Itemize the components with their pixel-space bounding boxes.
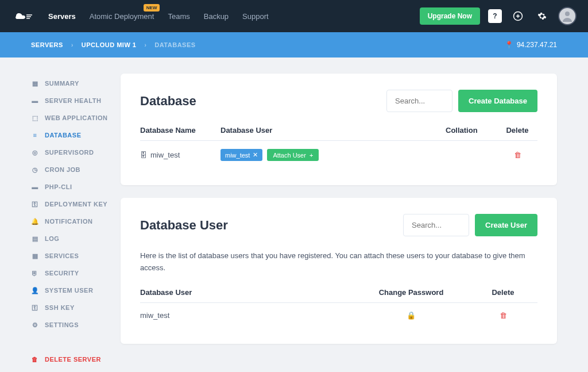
bc-servers[interactable]: SERVERS (31, 41, 63, 48)
nav-servers[interactable]: Servers (48, 12, 76, 21)
key-icon: ⚿ (31, 200, 39, 208)
nav-atomic-deployment[interactable]: NEW Atomic Deployment (90, 12, 154, 21)
log-icon: ▤ (31, 235, 39, 243)
key-icon: ⚿ (31, 304, 39, 312)
panel-actions: Create User (403, 214, 537, 236)
db-user-cell: miw_test ✕ Attach User + (220, 149, 446, 161)
plus-icon: + (310, 152, 313, 159)
content-wrap: ▦SUMMARY ▬SERVER HEALTH ⬚WEB APPLICATION… (0, 57, 588, 372)
sidebar-item-system-user[interactable]: 👤SYSTEM USER (31, 282, 121, 299)
sidebar-item-cron-job[interactable]: ◷CRON JOB (31, 161, 121, 178)
sidebar-item-server-health[interactable]: ▬SERVER HEALTH (31, 92, 121, 109)
db-user-tag[interactable]: miw_test ✕ (220, 149, 262, 161)
col-dbuser: Database User (220, 126, 446, 135)
sidebar-item-log[interactable]: ▤LOG (31, 230, 121, 247)
create-user-button[interactable]: Create User (475, 214, 537, 236)
sidebar-label: CRON JOB (45, 166, 80, 173)
col-dbname: Database Name (140, 126, 220, 135)
sidebar-item-services[interactable]: ▦SERVICES (31, 247, 121, 264)
sidebar-item-php-cli[interactable]: ▬PHP-CLI (31, 178, 121, 195)
avatar[interactable] (558, 7, 577, 25)
ip-text: 94.237.47.21 (517, 41, 557, 49)
database-icon: ≡ (31, 131, 39, 139)
sidebar: ▦SUMMARY ▬SERVER HEALTH ⬚WEB APPLICATION… (0, 57, 121, 372)
sidebar-label: LOG (45, 235, 59, 242)
gear-icon: ⚙ (31, 321, 39, 329)
sidebar-item-security[interactable]: ⛨SECURITY (31, 264, 121, 282)
delete-cell: 🗑 (469, 311, 537, 320)
database-panel: Database Create Database Database Name D… (121, 74, 557, 185)
attach-user-text: Attach User (273, 152, 305, 159)
sidebar-label: SSH KEY (45, 304, 75, 311)
sidebar-label: SUMMARY (45, 80, 79, 87)
sidebar-label: NOTIFICATION (45, 218, 92, 225)
panel-header: Database Create Database (140, 90, 537, 112)
sidebar-item-notification[interactable]: 🔔NOTIFICATION (31, 213, 121, 230)
sidebar-item-delete-server[interactable]: 🗑DELETE SERVER (31, 351, 121, 368)
sidebar-item-web-application[interactable]: ⬚WEB APPLICATION (31, 109, 121, 126)
nav-backup[interactable]: Backup (204, 12, 229, 21)
services-icon: ▦ (31, 252, 39, 260)
bc-server-name[interactable]: UPCLOUD MIW 1 (82, 41, 137, 48)
nav-support[interactable]: Support (242, 12, 269, 21)
help-icon[interactable]: ? (488, 9, 502, 23)
database-user-title: Database User (140, 218, 228, 233)
db-name-text: miw_test (150, 151, 180, 159)
sidebar-item-ssh-key[interactable]: ⚿SSH KEY (31, 299, 121, 316)
user-search-input[interactable] (403, 214, 469, 236)
db-name-cell: 🗄 miw_test (140, 151, 220, 159)
panel-actions: Create Database (386, 90, 537, 112)
nav-teams[interactable]: Teams (168, 12, 189, 21)
table-row: 🗄 miw_test miw_test ✕ Attach User + (140, 141, 537, 169)
sidebar-item-supervisord[interactable]: ◎SUPERVISORD (31, 144, 121, 161)
attach-user-button[interactable]: Attach User + (267, 149, 319, 161)
nav-atomic-label: Atomic Deployment (90, 12, 154, 21)
panel-description: Here is the list of database users that … (140, 250, 537, 274)
breadcrumb-path: SERVERS › UPCLOUD MIW 1 › DATABASES (31, 41, 196, 48)
sidebar-item-database[interactable]: ≡DATABASE (31, 126, 121, 144)
remove-user-icon[interactable]: ✕ (253, 151, 258, 159)
terminal-icon: ▬ (31, 183, 39, 191)
create-database-button[interactable]: Create Database (458, 90, 537, 112)
delete-user-button[interactable]: 🗑 (500, 311, 507, 320)
location-icon: 📍 (505, 41, 513, 49)
sidebar-label: SUPERVISORD (45, 149, 94, 156)
supervisor-icon: ◎ (31, 148, 39, 156)
breadcrumb: SERVERS › UPCLOUD MIW 1 › DATABASES 📍 94… (0, 32, 588, 57)
main-content: Database Create Database Database Name D… (121, 57, 588, 372)
upgrade-button[interactable]: Upgrade Now (420, 7, 480, 25)
svg-point-1 (565, 11, 570, 16)
delete-database-button[interactable]: 🗑 (514, 151, 521, 159)
table-header: Database User Change Password Delete (140, 288, 537, 303)
nav-right: Upgrade Now ? (420, 7, 577, 25)
gear-icon[interactable] (534, 8, 550, 24)
sidebar-item-settings[interactable]: ⚙SETTINGS (31, 316, 121, 333)
sidebar-label: DATABASE (45, 132, 81, 139)
panel-header: Database User Create User (140, 214, 537, 236)
new-badge: NEW (144, 4, 160, 11)
database-title: Database (140, 94, 196, 109)
shield-icon: ⛨ (31, 269, 39, 277)
sidebar-label: SYSTEM USER (45, 287, 93, 294)
chevron-right-icon: › (144, 42, 146, 48)
sidebar-label: SECURITY (45, 270, 79, 277)
change-password-button[interactable]: 🔒 (407, 311, 416, 320)
user-table: Database User Change Password Delete miw… (140, 288, 537, 328)
add-icon[interactable] (510, 8, 526, 24)
col-collation: Collation (446, 126, 497, 135)
database-search-input[interactable] (386, 90, 452, 112)
nav-left: Servers NEW Atomic Deployment Teams Back… (11, 9, 269, 23)
sidebar-item-deployment-key[interactable]: ⚿DEPLOYMENT KEY (31, 195, 121, 213)
database-user-panel: Database User Create User Here is the li… (121, 198, 557, 344)
password-cell: 🔒 (354, 311, 469, 320)
col-delete: Delete (497, 126, 537, 135)
database-icon: 🗄 (140, 151, 147, 159)
clock-icon: ◷ (31, 166, 39, 174)
logo[interactable] (11, 9, 34, 23)
col-password: Change Password (354, 288, 469, 297)
sidebar-item-summary[interactable]: ▦SUMMARY (31, 75, 121, 92)
sidebar-label: WEB APPLICATION (45, 114, 108, 121)
user-icon: 👤 (31, 286, 39, 294)
top-navigation: Servers NEW Atomic Deployment Teams Back… (0, 0, 588, 32)
server-ip: 📍 94.237.47.21 (505, 41, 557, 49)
